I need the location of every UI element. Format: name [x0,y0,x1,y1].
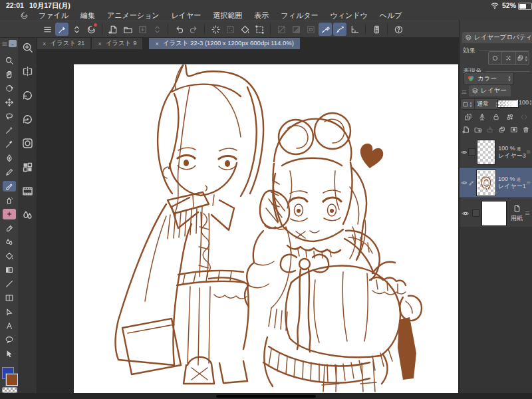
lock-transparent-pixels[interactable] [505,112,515,122]
companion-mode-button[interactable] [370,23,383,36]
close-tab-icon[interactable]: × [43,41,46,47]
blend-mode-dropdown[interactable]: 通常∧∨ [474,98,501,110]
enable-mask[interactable] [519,112,529,122]
tool-object[interactable] [3,348,16,359]
opacity-slider[interactable] [497,100,519,108]
tool-pen[interactable] [3,153,16,164]
layer-thumbnail[interactable] [481,201,507,226]
new-canvas-button[interactable] [106,23,120,36]
tool-palette-menu-icon[interactable] [1,41,8,47]
clear-outside-button[interactable] [223,23,237,36]
visibility-eye-icon[interactable] [461,179,467,187]
tool-decoration[interactable] [3,209,16,219]
tool-zoom[interactable] [3,55,16,66]
clip-studio-button[interactable] [84,23,98,36]
tab-layer-property[interactable]: レイヤープロパティ [462,32,532,43]
subtool-rotate-reset[interactable] [21,113,34,126]
layer-thumbnail[interactable] [477,140,495,165]
layer-row-layer3[interactable]: 100 %通 レイヤー3 [460,137,532,168]
layer-checkbox[interactable] [468,148,475,156]
tool-auto-select[interactable] [3,125,16,136]
close-tab-icon[interactable]: × [155,41,158,47]
layer-row-paper[interactable]: 用紙 [460,198,532,229]
new-layer-button[interactable] [462,125,471,134]
expression-color-dropdown[interactable]: カラー ∧∨ [464,72,514,85]
transform-button[interactable] [253,23,266,36]
menu-5[interactable]: 選択範囲 [213,11,242,21]
new-folder-button[interactable] [473,125,483,134]
tool-frame-border[interactable] [3,293,16,303]
palette-menu-icon[interactable] [461,89,467,95]
select-frame-button[interactable] [304,23,317,36]
menu-9[interactable]: ヘルプ [380,11,402,21]
clip-to-layer-below[interactable] [464,112,473,122]
save-button[interactable] [136,23,149,36]
menu-8[interactable]: ウィンドウ [330,11,367,21]
main-menu-button[interactable] [41,23,54,36]
tool-eraser[interactable] [3,223,16,233]
tool-figure[interactable] [3,307,16,317]
layer-grip-icon[interactable] [524,210,531,216]
operation-mode-button[interactable] [55,23,68,36]
redo-button[interactable] [187,23,200,36]
menu-3[interactable]: アニメーション [107,11,160,21]
layer-grip-icon[interactable] [526,149,531,155]
reference-layer[interactable] [477,112,487,122]
visibility-eye-icon[interactable] [461,209,470,217]
menu-4[interactable]: レイヤー [172,11,201,21]
tool-airbrush[interactable] [3,195,16,205]
subtool-fit-screen[interactable] [21,41,34,54]
open-file-button[interactable] [121,23,134,36]
tool-hand[interactable] [3,69,16,80]
subtool-flip-view[interactable] [21,65,34,78]
tool-blend[interactable] [3,237,16,247]
snap-grid-button[interactable] [348,23,361,36]
menu-6[interactable]: 表示 [254,11,269,21]
tone-button[interactable] [502,52,515,65]
tab-layer[interactable]: レイヤー [469,85,511,96]
transfer-to-below-button[interactable] [485,125,495,134]
layer-grip-icon[interactable] [526,180,531,186]
subtool-blend-sub[interactable] [21,209,34,221]
subtool-rotate-view[interactable] [21,89,34,102]
home-indicator[interactable] [216,395,316,398]
layer-thumbnail[interactable] [477,170,495,196]
tool-lasso[interactable] [3,111,16,122]
menu-7[interactable]: フィルター [281,11,318,21]
background-color-swatch[interactable] [6,374,18,386]
tool-move-layer[interactable] [3,97,16,108]
fill-button[interactable] [238,23,251,36]
deselect-button[interactable] [275,23,288,36]
lock-layer[interactable] [491,112,501,122]
border-effect-button[interactable] [489,52,502,65]
operation-mode-expand[interactable] [70,23,83,36]
layer-row-layer1-selected[interactable]: 100 %通 レイヤー1 [460,168,532,198]
layer-checkbox[interactable] [472,209,479,217]
snap-ruler-button[interactable] [319,23,332,36]
drawing-canvas[interactable] [74,64,458,393]
layer-mask-button[interactable] [509,125,519,134]
tab-illust-22-3-active[interactable]: × イラスト 22-3 (1200 x 1200px 600dpi 114.0%… [149,38,299,49]
subtool-timeline[interactable] [21,185,34,198]
extract-line-button[interactable]: ∧∨ [516,52,529,65]
clip-studio-logo-icon[interactable] [20,11,29,20]
tool-pencil[interactable] [3,167,16,178]
tool-palette-collapse-button[interactable]: ⌄ [9,40,17,47]
tool-brush[interactable] [3,181,16,192]
close-tab-icon[interactable]: × [98,41,101,47]
tool-fill[interactable] [3,251,16,261]
snap-special-ruler-button[interactable] [333,23,346,36]
tool-text[interactable] [3,321,16,331]
opacity-value[interactable]: 100∧∨ [519,99,532,106]
menu-2[interactable]: 編集 [80,11,95,21]
save-expand[interactable] [150,23,164,36]
tool-eyedropper[interactable] [3,139,16,150]
delete-layer-button[interactable] [521,125,531,134]
tool-gradient[interactable] [3,265,16,275]
tool-line[interactable] [3,279,16,289]
help-button[interactable] [392,23,405,36]
tab-illust-9[interactable]: × イラスト 9 [92,38,142,49]
visibility-eye-icon[interactable] [461,148,467,156]
subtool-pixel-grid[interactable] [21,161,34,174]
select-layer-button[interactable] [289,23,303,36]
